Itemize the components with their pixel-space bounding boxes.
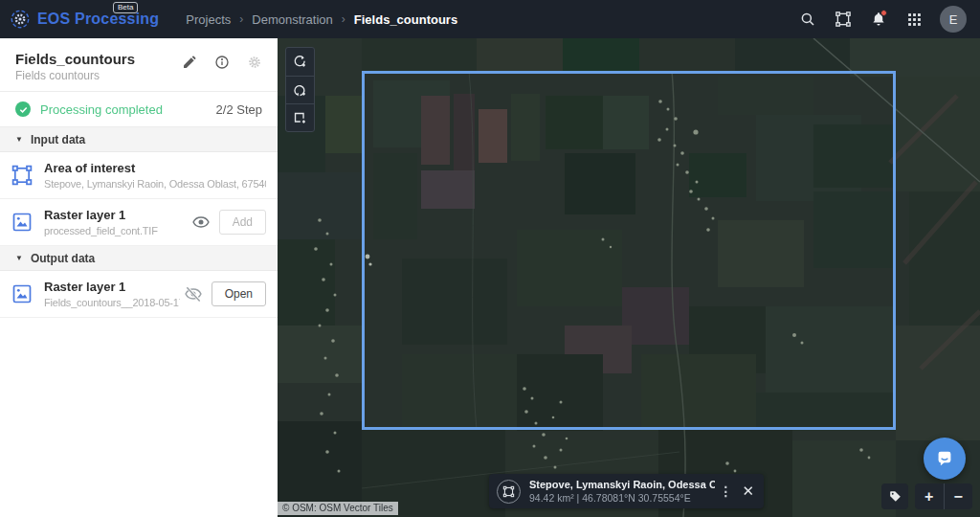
tag-icon (888, 489, 902, 504)
info-icon[interactable] (214, 55, 230, 70)
notifications-bell-icon[interactable] (869, 10, 888, 29)
breadcrumb-separator: › (342, 12, 345, 26)
area-select-icon[interactable] (834, 10, 853, 29)
breadcrumb-projects[interactable]: Projects (186, 12, 231, 27)
draw-tools-group (285, 47, 315, 132)
item-subtitle: Stepove, Lymanskyi Raoin, Odessa Oblast,… (44, 178, 266, 190)
section-input-data[interactable]: ▼ Input data (0, 127, 278, 152)
eos-gear-logo-icon (10, 9, 31, 30)
item-title: Raster layer 1 (44, 208, 188, 222)
aoi-area-coordinates: 94.42 km² | 46.78081°N 30.75554°E (529, 492, 715, 504)
add-button[interactable]: Add (219, 210, 266, 235)
draw-polygon-tool-button[interactable] (286, 76, 314, 103)
raster-image-icon (10, 281, 34, 306)
aoi-frame-badge-icon (497, 480, 521, 504)
item-subtitle: processed_field_cont.TIF (44, 225, 188, 236)
app-window: EOS Processing Beta Projects › Demonstra… (0, 0, 980, 517)
list-item-output-raster[interactable]: Raster layer 1 Fields_countours__2018-05… (0, 271, 278, 318)
item-title: Raster layer 1 (44, 280, 180, 294)
labels-tag-button[interactable] (881, 483, 908, 509)
draw-circle-tool-button[interactable] (286, 48, 314, 76)
breadcrumb-current: Fields_countours (354, 12, 457, 27)
project-header: Fields_countours Fields countours (0, 38, 278, 92)
processing-status-row: Processing completed 2/2 Step (0, 92, 278, 127)
status-text: Processing completed (40, 102, 163, 117)
breadcrumb-demonstration[interactable]: Demonstration (252, 12, 333, 27)
aoi-location-title: Stepove, Lymanskyi Raoin, Odessa Obla... (529, 479, 715, 490)
chat-bubble-icon (934, 448, 955, 469)
breadcrumb: Projects › Demonstration › Fields_counto… (186, 12, 457, 27)
raster-image-icon (10, 210, 34, 235)
search-icon[interactable] (798, 10, 817, 29)
breadcrumb-separator: › (239, 12, 243, 26)
visibility-off-eye-icon[interactable] (184, 284, 203, 303)
zoom-control: + − (915, 483, 972, 509)
list-item-input-raster[interactable]: Raster layer 1 processed_field_cont.TIF … (0, 199, 278, 246)
list-item-area-of-interest[interactable]: Area of interest Stepove, Lymanskyi Raoi… (0, 152, 278, 199)
aoi-frame-icon (10, 163, 34, 188)
page-subtitle: Fields countours (15, 69, 262, 82)
topbar-actions: E (798, 6, 967, 33)
settings-gear-icon[interactable] (247, 55, 262, 70)
zoom-in-button[interactable]: + (915, 483, 945, 509)
sidebar-panel: Fields_countours Fields countours (0, 38, 278, 517)
close-icon[interactable]: ✕ (742, 483, 754, 500)
section-output-data[interactable]: ▼ Output data (0, 246, 278, 271)
visibility-eye-icon[interactable] (191, 213, 211, 232)
success-check-icon (15, 101, 31, 117)
chevron-down-icon: ▼ (15, 135, 23, 144)
notification-dot (880, 10, 887, 16)
step-counter: 2/2 Step (216, 102, 262, 117)
user-avatar[interactable]: E (940, 6, 967, 33)
chat-widget-button[interactable] (924, 438, 966, 480)
top-bar: EOS Processing Beta Projects › Demonstra… (0, 0, 980, 38)
map-canvas[interactable]: Stepove, Lymanskyi Raoin, Odessa Obla...… (278, 38, 980, 517)
section-label: Output data (31, 252, 95, 265)
aoi-info-bar: Stepove, Lymanskyi Raoin, Odessa Obla...… (489, 474, 764, 508)
logo-text: EOS Processing (37, 11, 159, 28)
more-options-icon[interactable]: ⋮ (719, 486, 732, 496)
apps-grid-icon[interactable] (904, 10, 924, 29)
item-subtitle: Fields_countours__2018-05-17T15-01... (44, 297, 180, 308)
edit-pencil-icon[interactable] (182, 55, 197, 70)
open-button[interactable]: Open (212, 281, 266, 306)
chevron-down-icon: ▼ (15, 254, 23, 262)
section-label: Input data (31, 133, 85, 146)
draw-rectangle-tool-button[interactable] (286, 103, 314, 131)
beta-badge: Beta (113, 2, 138, 13)
item-title: Area of interest (44, 161, 266, 175)
map-attribution: © OSM: OSM Vector Tiles (278, 502, 398, 515)
area-of-interest-rectangle (362, 71, 896, 430)
zoom-out-button[interactable]: − (945, 483, 973, 509)
